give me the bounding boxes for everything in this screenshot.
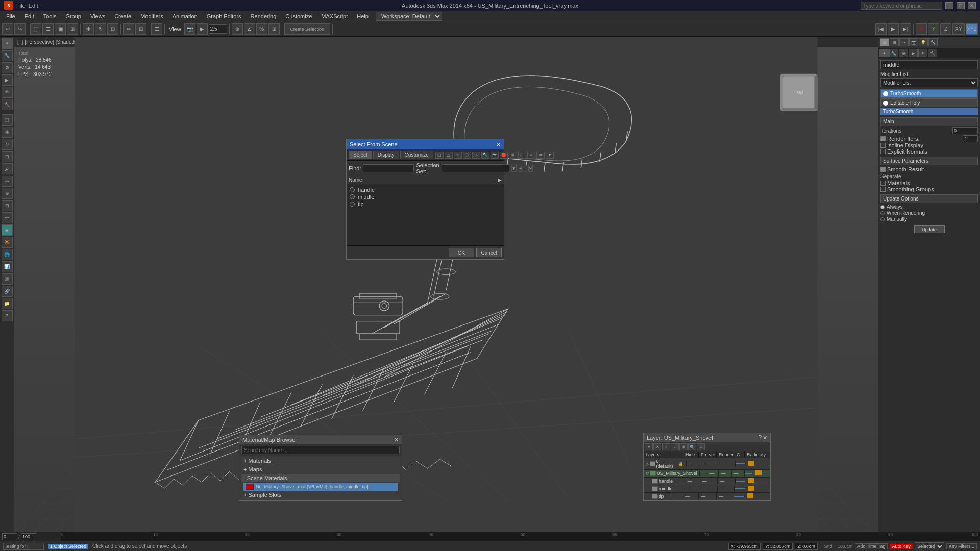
update-button[interactable]: Update [914, 225, 945, 233]
layer-expand-us[interactable]: ▽ [646, 471, 649, 476]
layer-panel-close[interactable]: ✕ [763, 435, 767, 441]
render-size-input[interactable] [209, 24, 227, 34]
layer-select-btn[interactable]: ⊞ [679, 443, 688, 450]
menu-rendering[interactable]: Rendering [247, 12, 281, 20]
layer-remove-btn[interactable]: - [671, 443, 679, 450]
rp-tab-motion[interactable]: ▶ [909, 49, 918, 57]
add-time-tag[interactable]: Add Time Tag [855, 543, 888, 549]
layer-render-middle[interactable]: — [718, 486, 735, 492]
material-search-input[interactable] [241, 446, 400, 454]
surface-params-header[interactable]: Surface Parameters [880, 157, 978, 165]
list-item-middle[interactable]: middle [349, 193, 502, 201]
dialog-icon-4[interactable]: ⬡ [463, 152, 471, 159]
key-mode-select[interactable]: Selected [915, 542, 944, 550]
xyz-axis-button[interactable]: XYZ [966, 23, 978, 35]
undo-button[interactable]: ↩ [2, 23, 13, 35]
menu-group[interactable]: Group [61, 12, 85, 20]
align-icon[interactable]: ⊟ [2, 200, 13, 211]
help-icon[interactable]: ? [2, 310, 13, 321]
menu-views[interactable]: Views [86, 12, 109, 20]
rp-icon-light[interactable]: 💡 [919, 38, 928, 46]
menu-maxscript[interactable]: MAXScript [317, 12, 352, 20]
material-browser-close[interactable]: ✕ [394, 437, 399, 443]
schematic-icon[interactable]: 🕸 [2, 273, 13, 285]
render-button[interactable]: ▶ [197, 23, 208, 35]
manually-radio[interactable] [880, 217, 885, 221]
viewport[interactable]: [+] [Perspective] [Shaded + Edged Faces]… [14, 37, 878, 532]
materials-section-header[interactable]: + Materials [241, 457, 400, 465]
mirror-icon[interactable]: ⇔ [2, 176, 13, 187]
move-icon[interactable]: ✚ [2, 127, 13, 138]
create-selection-set[interactable]: Create Selection [284, 23, 330, 35]
layer-row-tip[interactable]: tip — — — [644, 493, 770, 500]
z-axis-button[interactable]: Z [940, 23, 951, 35]
rp-icon-grid[interactable]: ⊞ [890, 38, 899, 46]
track-view-icon[interactable]: 📊 [2, 261, 13, 272]
layer-color-box-middle[interactable] [735, 488, 745, 489]
material-browser-title-bar[interactable]: Material/Map Browser ✕ [239, 435, 402, 444]
menu-help[interactable]: Help [353, 12, 373, 20]
sel-set-add[interactable]: + [519, 165, 522, 172]
create-tab[interactable]: ✦ [2, 38, 13, 49]
display-tab[interactable]: 👁 [2, 87, 13, 98]
maximize-button[interactable]: □ [957, 2, 965, 9]
layer-freeze-middle[interactable]: — [700, 486, 718, 492]
frame-end-input[interactable] [21, 533, 36, 540]
utilities-tab[interactable]: 🔨 [2, 99, 13, 110]
render-setup-button[interactable]: 📷 [184, 23, 195, 35]
xref-icon[interactable]: 🔗 [2, 286, 13, 297]
rp-icon-camera[interactable]: 📷 [909, 38, 918, 46]
dialog-icon-5[interactable]: ▷ [472, 152, 480, 159]
layer-panel-title-bar[interactable]: Layer: US_Military_Shovel ? ✕ [644, 433, 770, 442]
layer-row-default[interactable]: ▷ 0 (default) 🔒 — — — [644, 458, 770, 470]
layer-new-btn[interactable]: ✦ [645, 443, 653, 450]
layer-row-us-military[interactable]: ▽ US_Military_Shovel — — — [644, 470, 770, 478]
list-item-handle[interactable]: handle [349, 186, 502, 193]
dialog-title-bar[interactable]: Select From Scene ✕ [347, 139, 504, 149]
sel-set-sub[interactable]: - [524, 165, 526, 172]
layer-help-icon[interactable]: ? [758, 435, 762, 441]
layer-freeze-handle[interactable]: — [700, 478, 718, 484]
rotate-button[interactable]: ↻ [95, 23, 106, 35]
object-name-input[interactable] [880, 60, 978, 69]
dialog-icon-8[interactable]: 🔴 [500, 152, 508, 159]
menu-graph-editors[interactable]: Graph Editors [203, 12, 246, 20]
menu-tools[interactable]: Tools [39, 12, 61, 20]
layer-delete-btn[interactable]: ✕ [653, 443, 662, 450]
rp-tab-utilities[interactable]: 🔨 [928, 49, 937, 57]
materials-checkbox[interactable] [880, 181, 886, 186]
sample-slots-header[interactable]: + Sample Slots [241, 491, 400, 499]
turbosmooth-section-header[interactable]: TurboSmooth [880, 108, 978, 115]
rp-icon-color[interactable]: ■ [880, 38, 889, 46]
menu-customize[interactable]: Customize [281, 12, 316, 20]
layer-hide-default[interactable]: — [687, 461, 701, 467]
asset-icon[interactable]: 📁 [2, 298, 13, 309]
layer-render-default[interactable]: — [718, 461, 736, 467]
scale-icon[interactable]: ⊡ [2, 151, 13, 162]
smoothing-groups-checkbox[interactable] [880, 187, 886, 192]
render-iters-checkbox[interactable] [880, 136, 886, 141]
cancel-button[interactable]: Cancel [476, 248, 502, 257]
percent-snap-button[interactable]: % [256, 23, 267, 35]
layer-color-box-default[interactable] [736, 463, 746, 464]
rotate-icon[interactable]: ↻ [2, 139, 13, 150]
layer-freeze-default[interactable]: — [701, 461, 719, 467]
display-tab[interactable]: Display [373, 151, 399, 159]
select-object-button[interactable]: ⬚ [30, 23, 41, 35]
mirror-button[interactable]: ⇔ [123, 23, 134, 35]
selection-set-input[interactable] [442, 164, 509, 172]
snap-toggle-button[interactable]: ⊕ [232, 23, 243, 35]
search-input[interactable] [861, 2, 942, 10]
layer-hide-middle[interactable]: — [685, 486, 700, 492]
isoline-checkbox[interactable] [880, 143, 886, 148]
dialog-icon-12[interactable]: ⊕ [536, 152, 545, 159]
scene-material-item[interactable]: Nu_Military_Shovel_mat (VRayMtl) [handle… [243, 483, 398, 491]
modify-tab[interactable]: 🔧 [2, 50, 13, 61]
menu-edit[interactable]: Edit [20, 12, 38, 20]
layer-hide-us[interactable]: — [707, 470, 719, 477]
layer-expand-default[interactable]: ▷ [646, 462, 649, 466]
menu-file[interactable]: File [2, 12, 19, 20]
rp-icon-tools[interactable]: 🔧 [928, 38, 938, 46]
motion-tab[interactable]: ▶ [2, 74, 13, 86]
layer-render-handle[interactable]: — [718, 478, 735, 484]
